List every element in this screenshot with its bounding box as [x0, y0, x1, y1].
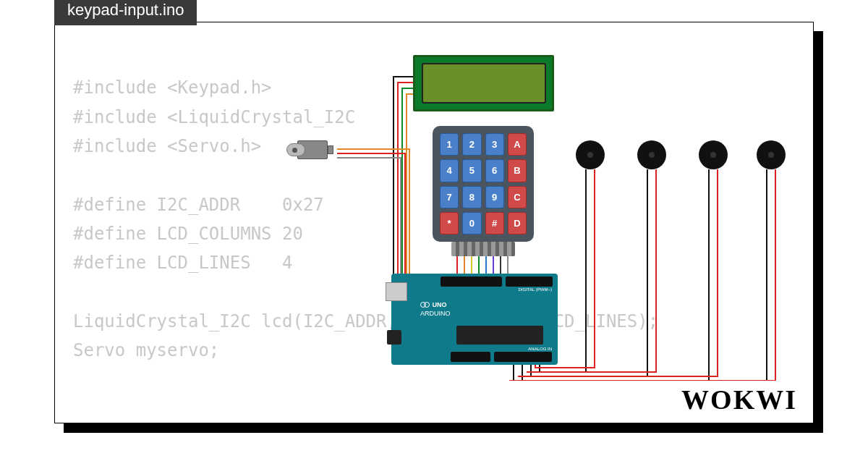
- keypad-connector: [451, 242, 515, 256]
- lcd-display[interactable]: [413, 55, 554, 111]
- file-tab-label: keypad-input.ino: [67, 1, 184, 19]
- arduino-uno-board[interactable]: DIGITAL (PWM~) ANALOG IN UNO ARDUINO: [391, 274, 558, 365]
- keypad-key-2[interactable]: 2: [462, 133, 481, 156]
- keypad-key-6[interactable]: 6: [485, 159, 504, 182]
- project-card: keypad-input.ino #include <Keypad.h> #in…: [54, 22, 814, 423]
- mcu-chip-icon: [456, 326, 543, 345]
- keypad-key-B[interactable]: B: [508, 159, 527, 182]
- wokwi-logo: WOKWI: [681, 384, 797, 415]
- keypad-key-D[interactable]: D: [508, 212, 527, 235]
- usb-port-icon: [386, 282, 407, 301]
- arduino-branding: UNO ARDUINO: [420, 301, 451, 318]
- keypad-key-C[interactable]: C: [508, 186, 527, 208]
- keypad-key-A[interactable]: A: [508, 133, 527, 156]
- digital-label: DIGITAL (PWM~): [519, 287, 553, 292]
- keypad-key-8[interactable]: 8: [462, 186, 481, 208]
- power-header: [451, 352, 490, 362]
- keypad-key-4[interactable]: 4: [440, 159, 459, 182]
- piezo-buzzer[interactable]: [576, 140, 605, 169]
- piezo-buzzer[interactable]: [699, 140, 728, 169]
- analog-label: ANALOG IN: [528, 347, 552, 351]
- servo-motor[interactable]: [286, 135, 337, 165]
- keypad-key-3[interactable]: 3: [485, 133, 504, 156]
- keypad-key-#[interactable]: #: [485, 212, 504, 235]
- file-tab[interactable]: keypad-input.ino: [54, 0, 197, 25]
- power-jack-icon: [387, 330, 401, 345]
- keypad-key-5[interactable]: 5: [462, 159, 481, 182]
- keypad-key-1[interactable]: 1: [440, 133, 459, 156]
- piezo-buzzer[interactable]: [637, 140, 666, 169]
- infinity-icon: [420, 302, 430, 307]
- membrane-keypad[interactable]: 123A456B789C*0#D: [433, 126, 534, 242]
- keypad-key-0[interactable]: 0: [462, 212, 481, 235]
- digital-header: [441, 276, 502, 287]
- digital-header: [506, 276, 553, 287]
- circuit-canvas[interactable]: 123A456B789C*0#D DIGITAL (PWM~) ANALOG I…: [236, 48, 786, 381]
- analog-header: [494, 352, 552, 362]
- keypad-key-*[interactable]: *: [440, 212, 459, 235]
- lcd-screen: [422, 63, 546, 104]
- piezo-buzzer[interactable]: [757, 140, 786, 169]
- keypad-key-9[interactable]: 9: [485, 186, 504, 208]
- keypad-key-7[interactable]: 7: [440, 186, 459, 208]
